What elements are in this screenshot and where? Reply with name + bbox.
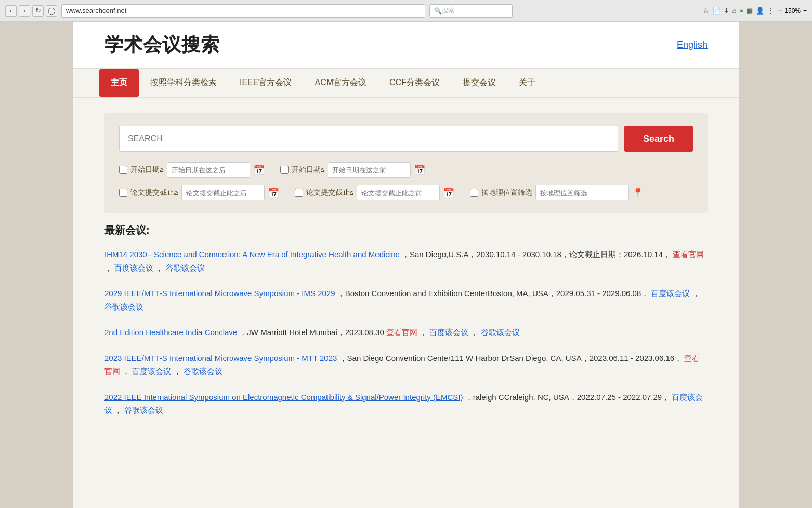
avatar-icon[interactable]: 👤 — [756, 7, 764, 15]
english-link[interactable]: English — [677, 39, 708, 50]
zoom-level: 150% — [784, 7, 801, 15]
conf-link-1[interactable]: IHM14 2030 - Science and Connection: A N… — [104, 250, 400, 259]
site-title: 学术会议搜索 — [104, 32, 220, 58]
location-pin-icon[interactable]: 📍 — [632, 187, 644, 198]
browser-search-icon: 🔍 — [434, 7, 442, 15]
deadline-lte-input[interactable] — [357, 185, 440, 200]
download-icon[interactable]: ⬇ — [724, 7, 729, 15]
search-row: Search — [119, 126, 693, 152]
nav-item-about[interactable]: 关于 — [507, 69, 547, 97]
start-date-gte-input[interactable] — [167, 162, 250, 178]
nav-item-submit[interactable]: 提交会议 — [451, 69, 507, 97]
conf-link-2[interactable]: 2029 IEEE/MTT-S International Microwave … — [104, 289, 335, 298]
forward-button[interactable]: › — [19, 5, 30, 17]
start-date-gte-checkbox[interactable] — [119, 166, 127, 174]
conf-meta-1: ，San Diego,U.S.A，2030.10.14 - 2030.10.18… — [402, 250, 671, 259]
filter-deadline-lte: 论文提交截止≤ 📅 — [295, 185, 455, 200]
calendar-icon-2[interactable]: 📅 — [414, 164, 425, 176]
deadline-gte-checkbox[interactable] — [119, 189, 127, 197]
circle-icon[interactable]: ● — [739, 7, 743, 15]
site-header: 学术会议搜索 English — [73, 22, 739, 69]
url-text: www.searchconf.net — [66, 7, 126, 15]
browser-toolbar-icons: ☆ 📄 ⬇ ⌂ ● ▦ 👤 ⋮ — [703, 7, 775, 15]
site-nav: 主页 按照学科分类检索 IEEE官方会议 ACM官方会议 CCF分类会议 提交会… — [73, 69, 739, 98]
nav-item-classify[interactable]: 按照学科分类检索 — [139, 69, 228, 97]
nav-buttons: ‹ › ↻ ◯ — [5, 5, 57, 17]
conf-meta-3: ，JW Marriott Hotel Mumbai，2023.08.30 — [239, 328, 386, 337]
calendar-icon-4[interactable]: 📅 — [443, 187, 454, 198]
back-button[interactable]: ‹ — [5, 5, 17, 17]
location-input[interactable] — [535, 185, 629, 200]
search-button[interactable]: Search — [624, 126, 693, 152]
zoom-minus[interactable]: − — [778, 7, 782, 15]
conferences-section: 最新会议: IHM14 2030 - Science and Connectio… — [104, 223, 708, 417]
filter-row-2: 论文提交截止≥ 📅 论文提交截止≤ 📅 按地理位置筛选 📍 — [119, 185, 693, 200]
location-label: 按地理位置筛选 — [481, 188, 532, 197]
browser-chrome: ‹ › ↻ ◯ www.searchconf.net 🔍 搜索 ☆ 📄 ⬇ ⌂ … — [0, 0, 812, 22]
conf-link-3[interactable]: 2nd Edition Healthcare India Conclave — [104, 328, 237, 337]
section-title: 最新会议: — [104, 223, 708, 237]
deadline-gte-label: 论文提交截止≥ — [130, 188, 178, 197]
conf-google-link-4[interactable]: 谷歌该会议 — [184, 367, 222, 376]
conf-google-link-3[interactable]: 谷歌该会议 — [481, 328, 520, 337]
conf-google-link-1[interactable]: 谷歌该会议 — [166, 263, 205, 272]
main-content: Search 开始日期≥ 📅 开始日期≤ 📅 — [73, 98, 739, 445]
conf-meta-2: ，Boston Convention and Exhibition Center… — [337, 289, 649, 298]
home-icon[interactable]: ⌂ — [732, 7, 737, 15]
conf-official-link-3[interactable]: 查看官网 — [386, 328, 417, 337]
deadline-gte-input[interactable] — [181, 185, 265, 200]
conf-google-link-5[interactable]: 谷歌该会议 — [124, 406, 163, 415]
calendar-icon-1[interactable]: 📅 — [253, 164, 265, 176]
zoom-controls: − 150% + — [778, 7, 807, 15]
start-date-lte-checkbox[interactable] — [280, 166, 289, 174]
reader-icon[interactable]: 📄 — [712, 7, 721, 15]
start-date-lte-label: 开始日期≤ — [292, 165, 325, 175]
conference-item: 2023 IEEE/MTT-S International Microwave … — [104, 352, 708, 378]
conf-baidu-link-2[interactable]: 百度该会议 — [651, 289, 690, 298]
filter-deadline-gte: 论文提交截止≥ 📅 — [119, 185, 279, 200]
conf-baidu-link-1[interactable]: 百度该会议 — [114, 263, 153, 272]
start-date-lte-input[interactable] — [328, 162, 411, 178]
menu-icon[interactable]: ⋮ — [767, 7, 774, 15]
filter-location: 按地理位置筛选 📍 — [470, 185, 644, 200]
conf-link-4[interactable]: 2023 IEEE/MTT-S International Microwave … — [104, 354, 337, 363]
conf-meta-5: ，raleigh CCraleigh, NC, USA，2022.07.25 -… — [465, 393, 670, 402]
browser-search-bar[interactable]: 🔍 搜索 — [429, 4, 513, 18]
conference-item: 2nd Edition Healthcare India Conclave ，J… — [104, 326, 708, 339]
conference-item: 2022 IEEE International Symposium on Ele… — [104, 391, 708, 417]
nav-item-ccf[interactable]: CCF分类会议 — [378, 69, 451, 97]
location-checkbox[interactable] — [470, 189, 478, 197]
deadline-lte-checkbox[interactable] — [295, 189, 303, 197]
page-wrapper: 学术会议搜索 English 主页 按照学科分类检索 IEEE官方会议 ACM官… — [73, 22, 739, 508]
conf-meta-4: ，San Diego Convention Center111 W Harbor… — [339, 354, 683, 363]
filter-start-lte: 开始日期≤ 📅 — [280, 162, 426, 178]
nav-item-home[interactable]: 主页 — [99, 69, 139, 97]
conf-baidu-link-3[interactable]: 百度该会议 — [429, 328, 468, 337]
nav-item-ieee[interactable]: IEEE官方会议 — [228, 69, 303, 97]
search-input[interactable] — [119, 126, 618, 152]
conference-item: 2029 IEEE/MTT-S International Microwave … — [104, 287, 708, 313]
start-date-gte-label: 开始日期≥ — [130, 165, 164, 175]
browser-search-placeholder: 搜索 — [442, 6, 454, 15]
calendar-icon-3[interactable]: 📅 — [268, 187, 279, 198]
refresh-button[interactable]: ↻ — [32, 5, 44, 17]
conf-link-5[interactable]: 2022 IEEE International Symposium on Ele… — [104, 393, 463, 402]
home-button[interactable]: ◯ — [46, 5, 57, 17]
conf-google-link-2[interactable]: 谷歌该会议 — [104, 302, 143, 311]
search-section: Search 开始日期≥ 📅 开始日期≤ 📅 — [104, 113, 708, 213]
conf-baidu-link-4[interactable]: 百度该会议 — [132, 367, 171, 376]
nav-item-acm[interactable]: ACM官方会议 — [303, 69, 378, 97]
extension-icon[interactable]: ▦ — [746, 7, 753, 15]
zoom-plus[interactable]: + — [803, 7, 807, 15]
conference-item: IHM14 2030 - Science and Connection: A N… — [104, 248, 708, 274]
deadline-lte-label: 论文提交截止≤ — [306, 188, 354, 197]
filter-start-gte: 开始日期≥ 📅 — [119, 162, 265, 178]
filter-row-1: 开始日期≥ 📅 开始日期≤ 📅 — [119, 162, 693, 178]
address-bar[interactable]: www.searchconf.net — [61, 4, 425, 18]
conf-official-link-1[interactable]: 查看官网 — [673, 250, 704, 259]
star-icon[interactable]: ☆ — [703, 7, 709, 15]
